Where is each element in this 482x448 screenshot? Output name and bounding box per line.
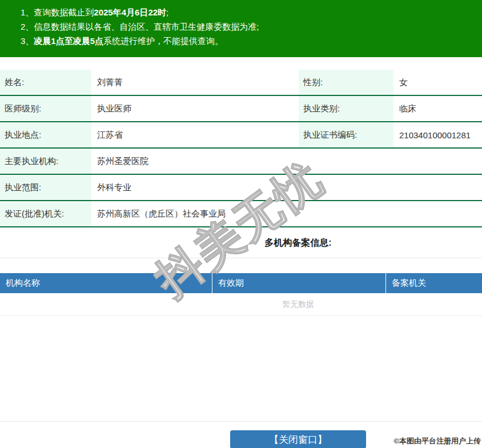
table-row-place-cert: 执业地点: 江苏省 执业证书编码: 210340100001281 — [0, 122, 482, 149]
notice-line-1-suffix: ; — [166, 7, 168, 17]
close-window-button[interactable]: 【关闭窗口】 — [230, 430, 366, 448]
practice-scope-value: 外科专业 — [91, 175, 482, 200]
table-row-name-gender: 姓名: 刘菁菁 性别: 女 — [0, 70, 482, 96]
name-label: 姓名: — [0, 70, 91, 95]
practice-scope-label: 执业范围: — [0, 175, 91, 200]
footer-divider — [0, 421, 482, 422]
copyright-note: ©本图由平台注册用户上传 — [393, 436, 481, 446]
header-cell-validity: 有效期 — [212, 273, 385, 293]
query-result-window: 1、查询数据截止到2025年4月6日22时; 2、信息数据结果以各省、自治区、直… — [0, 0, 482, 448]
gender-label: 性别: — [299, 70, 393, 95]
doctor-info-table: 姓名: 刘菁菁 性别: 女 医师级别: 执业医师 执业类别: 临床 执业地点: … — [0, 70, 482, 227]
practice-place-value: 江苏省 — [91, 122, 299, 147]
issuing-authority-value: 苏州高新区（虎丘区）社会事业局 — [91, 201, 482, 226]
name-value: 刘菁菁 — [91, 70, 299, 95]
main-org-value: 苏州圣爱医院 — [91, 149, 482, 174]
table-row-main-org: 主要执业机构: 苏州圣爱医院 — [0, 149, 482, 175]
notice-line-1-text: 1、查询数据截止到 — [21, 7, 94, 17]
empty-data-text: 暂无数据 — [0, 293, 482, 316]
gender-value: 女 — [393, 70, 482, 95]
practice-place-label: 执业地点: — [0, 122, 91, 147]
notice-line-2: 2、信息数据结果以各省、自治区、直辖市卫生健康委数据为准; — [21, 19, 482, 34]
practice-category-value: 临床 — [393, 96, 482, 121]
main-org-label: 主要执业机构: — [0, 149, 91, 174]
issuing-authority-label: 发证(批准)机关: — [0, 201, 91, 226]
table-row-scope: 执业范围: 外科专业 — [0, 175, 482, 201]
multi-org-section-title: 多机构备案信息: — [0, 227, 482, 258]
doctor-level-label: 医师级别: — [0, 96, 91, 121]
certificate-number-value: 210340100001281 — [393, 122, 482, 147]
table-row-level-category: 医师级别: 执业医师 执业类别: 临床 — [0, 96, 482, 122]
multi-org-table-header: 机构名称 有效期 备案机关 — [0, 273, 482, 293]
notice-line-2-text: 2、信息数据结果以各省、自治区、直辖市卫生健康委数据为准; — [21, 22, 259, 31]
practice-category-label: 执业类别: — [299, 96, 393, 121]
doctor-level-value: 执业医师 — [91, 96, 299, 121]
notice-line-1-bold: 2025年4月6日22时 — [94, 7, 166, 17]
table-row-issuer: 发证(批准)机关: 苏州高新区（虎丘区）社会事业局 — [0, 201, 482, 227]
certificate-number-label: 执业证书编码: — [299, 122, 393, 147]
notice-line-3-text: 3、 — [21, 36, 34, 46]
notice-line-1: 1、查询数据截止到2025年4月6日22时; — [21, 5, 482, 19]
page-content: 1、查询数据截止到2025年4月6日22时; 2、信息数据结果以各省、自治区、直… — [0, 0, 482, 448]
notice-banner: 1、查询数据截止到2025年4月6日22时; 2、信息数据结果以各省、自治区、直… — [0, 0, 482, 57]
header-cell-org-name: 机构名称 — [0, 273, 212, 293]
notice-line-3-bold: 凌晨1点至凌晨5点 — [34, 36, 103, 46]
header-cell-filing-authority: 备案机关 — [385, 273, 482, 293]
blank-area — [0, 316, 482, 421]
notice-line-3-suffix: 系统进行维护，不能提供查询。 — [103, 36, 223, 46]
notice-line-3: 3、凌晨1点至凌晨5点系统进行维护，不能提供查询。 — [21, 34, 482, 48]
